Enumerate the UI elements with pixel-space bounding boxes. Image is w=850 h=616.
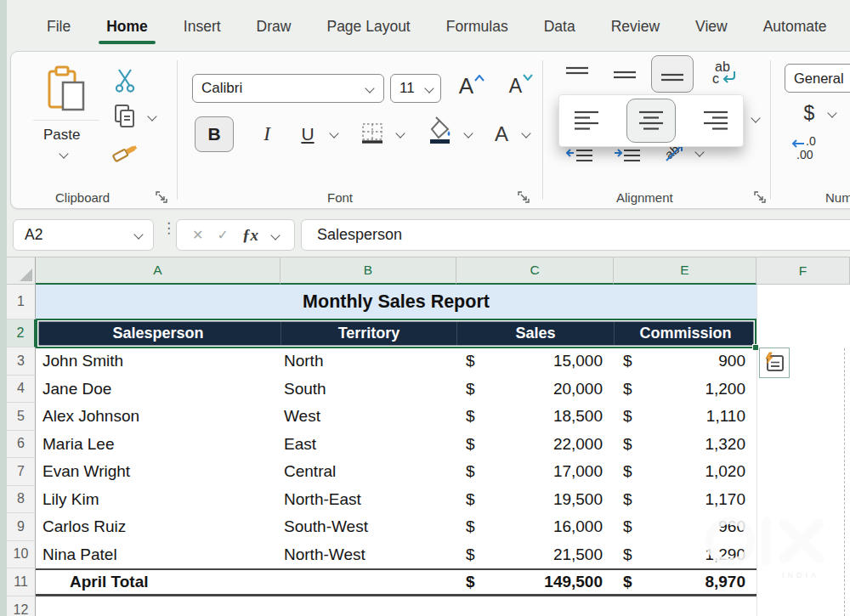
formula-input[interactable]: Salesperson bbox=[301, 219, 850, 251]
paste-label[interactable]: Paste bbox=[43, 127, 80, 144]
cell-f1[interactable] bbox=[756, 285, 850, 319]
cell-e2-commission[interactable]: Commission bbox=[614, 319, 756, 348]
formula-bar-separator-dots[interactable]: ⋮ bbox=[162, 224, 176, 232]
cell-commission[interactable]: $ 1,020 bbox=[614, 458, 756, 486]
cell-f[interactable] bbox=[756, 513, 850, 541]
tab-view[interactable]: View bbox=[677, 9, 745, 44]
clipboard-dialog-launcher[interactable] bbox=[156, 191, 167, 203]
fill-color-button[interactable] bbox=[424, 115, 455, 149]
quick-analysis-button[interactable] bbox=[759, 348, 790, 378]
row-header[interactable]: 9 bbox=[7, 513, 36, 541]
row-header-11[interactable]: 11 bbox=[7, 568, 36, 596]
align-right-button[interactable] bbox=[700, 106, 731, 135]
tab-file[interactable]: File bbox=[29, 9, 88, 44]
cell-salesperson[interactable]: Nina Patel bbox=[36, 541, 280, 569]
cell-commission[interactable]: $ 900 bbox=[614, 348, 756, 376]
tab-automate[interactable]: Automate bbox=[745, 9, 845, 44]
cell-territory[interactable]: West bbox=[280, 403, 456, 431]
copy-dropdown-chevron[interactable] bbox=[147, 111, 156, 121]
cut-button[interactable] bbox=[111, 67, 139, 94]
cell-title-merged[interactable]: Monthly Sales Report bbox=[36, 285, 756, 319]
cell-c2-sales[interactable]: Sales bbox=[456, 319, 614, 348]
tab-help[interactable]: Help bbox=[845, 9, 850, 44]
align-center-button[interactable] bbox=[626, 99, 676, 143]
cell-salesperson[interactable]: Jane Doe bbox=[36, 376, 280, 404]
cell-territory[interactable]: North bbox=[280, 348, 456, 376]
tab-data[interactable]: Data bbox=[526, 9, 593, 44]
cell-territory[interactable]: North-West bbox=[280, 541, 456, 569]
align-middle-button[interactable] bbox=[609, 62, 640, 88]
cell-territory[interactable]: South-West bbox=[280, 513, 456, 541]
align-top-button[interactable] bbox=[562, 62, 592, 88]
cell-commission[interactable]: $ 1,320 bbox=[614, 431, 756, 459]
font-name-chevron[interactable] bbox=[365, 83, 374, 93]
font-size-combo[interactable]: 11 bbox=[390, 74, 441, 103]
cell-salesperson[interactable]: Alex Johnson bbox=[36, 403, 280, 431]
cell-territory[interactable]: Central bbox=[280, 458, 456, 486]
cell-commission[interactable]: $ 1,290 bbox=[614, 541, 756, 569]
cell-territory[interactable]: South bbox=[280, 376, 456, 404]
cell-f[interactable] bbox=[756, 403, 850, 431]
selection-fill-handle[interactable] bbox=[752, 344, 759, 351]
row-header[interactable]: 10 bbox=[7, 541, 36, 569]
number-format-combo[interactable]: General bbox=[785, 64, 850, 93]
shrink-font-button[interactable]: A bbox=[504, 69, 538, 103]
cell-salesperson[interactable]: Carlos Ruiz bbox=[36, 513, 280, 541]
font-color-button[interactable]: A bbox=[489, 120, 514, 149]
paste-button[interactable] bbox=[40, 62, 93, 115]
cell-sales[interactable]: $ 22,000 bbox=[456, 431, 614, 459]
cell-salesperson[interactable]: Maria Lee bbox=[36, 431, 280, 459]
tab-home[interactable]: Home bbox=[88, 9, 166, 44]
name-box[interactable]: A2 bbox=[13, 219, 154, 251]
select-all-corner[interactable] bbox=[7, 257, 36, 285]
font-dialog-launcher[interactable] bbox=[518, 191, 530, 203]
insert-function-chevron[interactable] bbox=[270, 230, 280, 240]
insert-function-button[interactable]: ƒx bbox=[242, 226, 258, 245]
cell-salesperson[interactable]: John Smith bbox=[36, 348, 280, 376]
cell-sales[interactable]: $ 16,000 bbox=[456, 513, 614, 541]
row-header[interactable]: 4 bbox=[7, 376, 36, 404]
name-box-chevron[interactable] bbox=[133, 229, 143, 239]
accounting-dropdown-chevron[interactable] bbox=[827, 108, 836, 117]
column-header-c[interactable]: C bbox=[456, 257, 614, 285]
row-header-1[interactable]: 1 bbox=[7, 285, 36, 319]
cell-total-sales[interactable]: $ 149,500 bbox=[456, 570, 614, 594]
copy-button[interactable] bbox=[111, 103, 139, 130]
tab-insert[interactable]: Insert bbox=[166, 9, 239, 44]
cell-territory[interactable]: East bbox=[280, 431, 456, 459]
cell-commission[interactable]: $ 1,110 bbox=[614, 403, 756, 431]
row-header[interactable]: 3 bbox=[7, 348, 36, 376]
row-header-12[interactable]: 12 bbox=[7, 596, 36, 616]
column-header-a[interactable]: A bbox=[36, 257, 280, 285]
cancel-button[interactable]: ✕ bbox=[192, 227, 203, 243]
orientation-dropdown-chevron[interactable] bbox=[694, 147, 704, 156]
enter-button[interactable]: ✓ bbox=[217, 227, 228, 243]
grow-font-button[interactable]: A bbox=[455, 69, 489, 103]
cell-salesperson[interactable]: Lily Kim bbox=[36, 486, 280, 514]
cell-f[interactable] bbox=[756, 541, 850, 569]
row-header-2[interactable]: 2 bbox=[7, 319, 36, 348]
bold-button[interactable]: B bbox=[195, 116, 234, 152]
underline-dropdown-chevron[interactable] bbox=[329, 128, 338, 138]
wrap-text-button[interactable]: ab c bbox=[706, 59, 740, 91]
column-header-f[interactable]: F bbox=[756, 257, 850, 285]
borders-button[interactable] bbox=[358, 118, 387, 149]
cell-a2-salesperson[interactable]: Salesperson bbox=[36, 319, 280, 348]
row-header[interactable]: 5 bbox=[7, 403, 36, 431]
align-bottom-button[interactable] bbox=[651, 55, 694, 93]
cell-a12[interactable] bbox=[36, 596, 850, 616]
alignment-dialog-launcher[interactable] bbox=[754, 191, 766, 203]
cell-b2-territory[interactable]: Territory bbox=[280, 319, 456, 348]
cell-f2[interactable] bbox=[756, 319, 850, 348]
fill-color-dropdown-chevron[interactable] bbox=[463, 128, 473, 138]
cell-sales[interactable]: $ 19,500 bbox=[456, 486, 614, 514]
borders-dropdown-chevron[interactable] bbox=[395, 128, 405, 138]
tab-page-layout[interactable]: Page Layout bbox=[309, 9, 428, 44]
row-header[interactable]: 8 bbox=[7, 486, 36, 514]
cell-sales[interactable]: $ 17,000 bbox=[456, 458, 614, 486]
font-name-combo[interactable]: Calibri bbox=[192, 74, 384, 103]
italic-button[interactable]: I bbox=[254, 120, 280, 149]
cell-total-empty[interactable] bbox=[280, 570, 456, 594]
cell-f[interactable] bbox=[756, 431, 850, 459]
cell-commission[interactable]: $ 960 bbox=[614, 513, 756, 541]
